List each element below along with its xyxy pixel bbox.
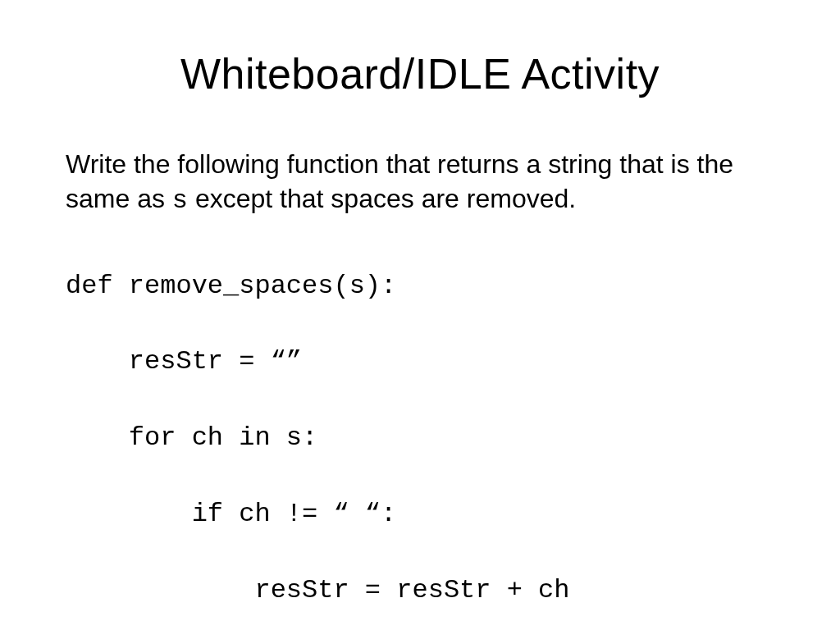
code-block: def remove_spaces(s): resStr = “” for ch… <box>66 229 774 630</box>
code-line-2: resStr = “” <box>66 343 774 381</box>
code-line-3: for ch in s: <box>66 419 774 457</box>
prompt-part2: except that spaces are removed. <box>188 184 576 213</box>
code-line-1: def remove_spaces(s): <box>66 267 774 305</box>
prompt-text: Write the following function that return… <box>66 148 774 217</box>
code-line-5: resStr = resStr + ch <box>66 572 774 609</box>
prompt-inline-code: s <box>172 185 188 216</box>
code-line-4: if ch != “ “: <box>66 495 774 533</box>
slide-title: Whiteboard/IDLE Activity <box>66 49 774 98</box>
